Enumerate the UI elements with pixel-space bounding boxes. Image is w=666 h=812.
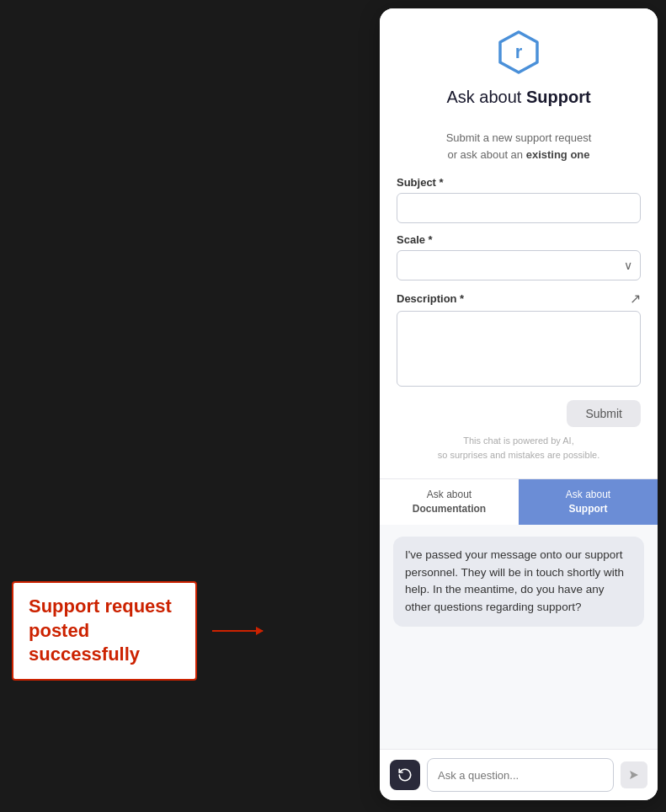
subject-input[interactable] bbox=[397, 193, 641, 223]
annotation-arrow bbox=[212, 630, 263, 632]
description-header-row: Description * ↗ bbox=[397, 291, 641, 307]
svg-marker-2 bbox=[630, 771, 638, 779]
description-textarea[interactable] bbox=[397, 311, 641, 387]
logo-icon: r bbox=[495, 29, 542, 76]
svg-text:r: r bbox=[515, 41, 523, 62]
page-title: Ask about Support bbox=[446, 86, 590, 108]
submit-button[interactable]: Submit bbox=[567, 400, 641, 427]
tab-support[interactable]: Ask about Support bbox=[519, 479, 658, 525]
send-icon bbox=[628, 769, 640, 781]
form-subtitle: Submit a new support request or ask abou… bbox=[397, 130, 641, 163]
subject-label: Subject * bbox=[397, 176, 641, 189]
tab-documentation[interactable]: Ask about Documentation bbox=[380, 479, 519, 525]
annotation-text: Support request posted successfully bbox=[29, 596, 172, 665]
chat-messages: I've passed your message onto our suppor… bbox=[380, 525, 658, 749]
scale-group: Scale * Small Medium Large ∨ bbox=[397, 233, 641, 280]
description-label: Description * bbox=[397, 292, 464, 305]
reset-icon bbox=[397, 767, 413, 783]
subject-group: Subject * bbox=[397, 176, 641, 223]
scale-select-wrapper: Small Medium Large ∨ bbox=[397, 250, 641, 280]
message-bubble: I've passed your message onto our suppor… bbox=[393, 537, 644, 628]
submit-row: Submit bbox=[397, 400, 641, 427]
form-section: Submit a new support request or ask abou… bbox=[380, 121, 658, 475]
tab-bar: Ask about Documentation Ask about Suppor… bbox=[380, 478, 658, 525]
expand-icon[interactable]: ↗ bbox=[630, 291, 641, 307]
chat-input-row bbox=[380, 749, 658, 800]
chat-header: r Ask about Support bbox=[380, 8, 658, 121]
ai-disclaimer: This chat is powered by AI, so surprises… bbox=[397, 434, 641, 462]
reset-button[interactable] bbox=[390, 760, 420, 790]
scale-select[interactable]: Small Medium Large bbox=[397, 250, 641, 280]
description-group: Description * ↗ bbox=[397, 291, 641, 390]
chat-panel: r Ask about Support Submit a new support… bbox=[380, 8, 658, 800]
annotation-box: Support request posted successfully bbox=[12, 581, 197, 681]
chat-input[interactable] bbox=[427, 758, 614, 792]
arrow-line bbox=[212, 630, 263, 632]
scale-label: Scale * bbox=[397, 233, 641, 246]
send-button[interactable] bbox=[621, 761, 647, 788]
